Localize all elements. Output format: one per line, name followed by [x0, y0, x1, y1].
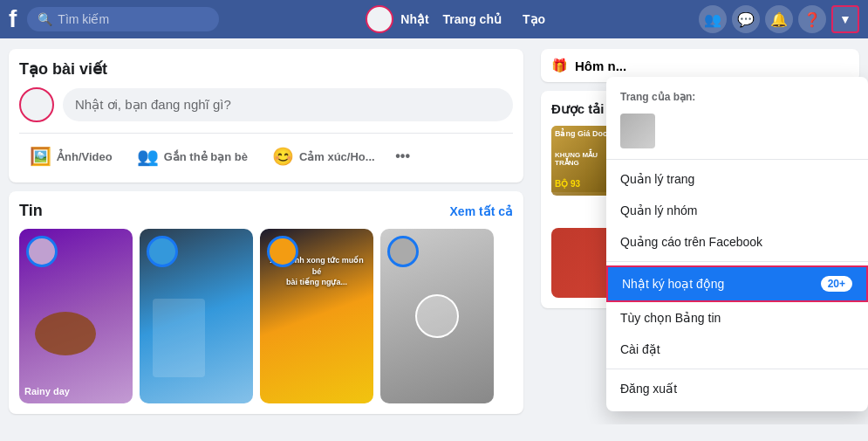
chevron-down-icon: ▼ — [839, 12, 851, 26]
stories-title: Tin — [19, 202, 43, 220]
post-composer: Tạo bài viết Nhật ơi, bạn đang nghĩ gì? … — [9, 49, 523, 183]
header-right: 👥 💬 🔔 ❓ ▼ — [699, 5, 859, 33]
story-avatar-1 — [26, 236, 58, 267]
dropdown-divider-3 — [606, 369, 868, 369]
help-icon: ❓ — [803, 11, 821, 28]
nhat-ky-badge: 20+ — [821, 276, 852, 292]
dropdown-menu: Trang của bạn: Quản lý trang Quản lý nhó… — [606, 77, 868, 411]
photo-icon: 🖼️ — [30, 146, 51, 167]
dropdown-item-quan-ly-trang[interactable]: Quản lý trang — [606, 163, 868, 195]
composer-actions: 🖼️ Ảnh/Video 👥 Gắn thẻ bạn bè 😊 Cảm xúc/… — [19, 133, 513, 172]
story-card-3[interactable]: xem hình xong tức muốn bébài tiếng ngựa.… — [260, 229, 373, 403]
story-content-1 — [35, 312, 96, 355]
stories-section: Tin Xem tất cả Rainy day — [9, 191, 523, 414]
photo-video-label: Ảnh/Video — [57, 150, 113, 163]
composer-title: Tạo bài viết — [19, 59, 513, 79]
story-card-1[interactable]: Rainy day — [19, 229, 133, 403]
tag-friends-label: Gắn thẻ bạn bè — [164, 150, 248, 163]
friends-icon: 👥 — [704, 11, 721, 28]
notifications-icon-button[interactable]: 🔔 — [765, 5, 793, 33]
dang-xuat-label: Đăng xuất — [620, 382, 677, 396]
hom-nay-icon: 🎁 — [551, 58, 568, 73]
nav-create-link[interactable]: Tạo — [516, 9, 552, 30]
stories-header: Tin Xem tất cả — [19, 202, 513, 220]
composer-top: Nhật ơi, bạn đang nghĩ gì? — [19, 87, 513, 122]
story-avatar-4 — [387, 236, 419, 267]
dropdown-item-quan-ly-nhom[interactable]: Quản lý nhóm — [606, 195, 868, 226]
feeling-icon: 😊 — [272, 146, 294, 167]
tuy-chon-label: Tùy chọn Bảng tin — [620, 311, 721, 325]
see-all-link[interactable]: Xem tất cả — [450, 204, 513, 218]
bell-icon: 🔔 — [770, 11, 788, 28]
dropdown-item-dang-xuat[interactable]: Đăng xuất — [606, 373, 868, 404]
search-icon: 🔍 — [38, 12, 52, 26]
facebook-logo: f — [9, 5, 17, 33]
feeling-label: Cảm xúc/Ho... — [299, 150, 375, 163]
user-avatar[interactable] — [366, 5, 393, 33]
photo-video-button[interactable]: 🖼️ Ảnh/Video — [19, 141, 123, 172]
header-left: f 🔍 — [9, 5, 219, 33]
nav-home-link[interactable]: Trang chủ — [436, 9, 509, 30]
story-content-2 — [153, 299, 205, 377]
dropdown-item-nhat-ky[interactable]: Nhật ký hoạt động 20+ — [606, 265, 868, 302]
tag-friends-button[interactable]: 👥 Gắn thẻ bạn bè — [126, 141, 258, 172]
dropdown-divider-1 — [606, 159, 868, 160]
help-icon-button[interactable]: ❓ — [798, 5, 826, 33]
ellipsis-icon: ••• — [395, 148, 410, 164]
friends-icon-button[interactable]: 👥 — [699, 5, 727, 33]
search-bar[interactable]: 🔍 — [27, 7, 219, 31]
user-name-link[interactable]: Nhật — [400, 12, 428, 26]
tag-icon: 👥 — [137, 146, 159, 167]
quan-ly-nhom-label: Quản lý nhóm — [620, 203, 697, 217]
nhat-ky-label: Nhật ký hoạt động — [622, 277, 724, 291]
header-center: Nhật Trang chủ Tạo — [219, 5, 699, 33]
quan-ly-trang-label: Quản lý trang — [620, 172, 694, 186]
dropdown-section-title: Trang của bạn: — [606, 84, 868, 107]
composer-input[interactable]: Nhật ơi, bạn đang nghĩ gì? — [63, 88, 513, 121]
search-input[interactable] — [58, 12, 208, 26]
quang-cao-label: Quảng cáo trên Facebook — [620, 235, 762, 249]
page-avatar — [620, 114, 655, 148]
dropdown-page-item — [606, 107, 868, 155]
messenger-icon: 💬 — [737, 11, 755, 28]
header: f 🔍 Nhật Trang chủ Tạo 👥 💬 🔔 ❓ ▼ — [0, 0, 868, 38]
story-card-4[interactable] — [380, 229, 494, 403]
messenger-icon-button[interactable]: 💬 — [732, 5, 760, 33]
more-options-button[interactable]: ••• — [389, 142, 417, 170]
cai-dat-label: Cài đặt — [620, 342, 660, 356]
feeling-button[interactable]: 😊 Cảm xúc/Ho... — [262, 141, 386, 172]
story-avatar-2 — [147, 236, 178, 267]
story-avatar-3 — [267, 236, 298, 267]
dropdown-item-tuy-chon[interactable]: Tùy chọn Bảng tin — [606, 302, 868, 334]
stories-grid: Rainy day xem hình xong tức muốn bébài t… — [19, 229, 513, 403]
composer-avatar — [19, 87, 54, 122]
dropdown-item-quang-cao[interactable]: Quảng cáo trên Facebook — [606, 226, 868, 258]
hom-nay-title: Hôm n... — [575, 59, 626, 73]
story-card-2[interactable] — [140, 229, 253, 403]
main-layout: Tạo bài viết Nhật ơi, bạn đang nghĩ gì? … — [0, 38, 868, 424]
dropdown-item-cai-dat[interactable]: Cài đặt — [606, 334, 868, 365]
story-label-1: Rainy day — [24, 386, 70, 396]
left-column: Tạo bài viết Nhật ơi, bạn đang nghĩ gì? … — [0, 38, 532, 424]
dropdown-button[interactable]: ▼ — [831, 5, 859, 33]
dropdown-divider-2 — [606, 261, 868, 262]
